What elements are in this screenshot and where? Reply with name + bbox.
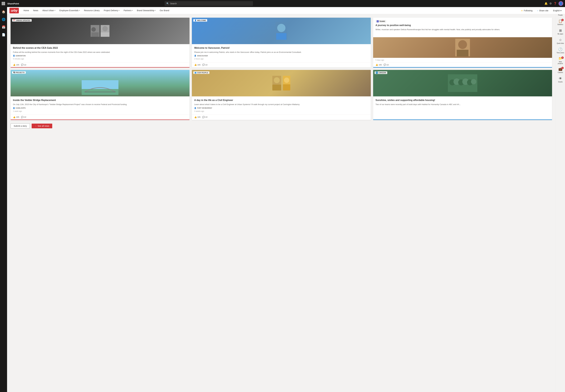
nav-brand-stewardship[interactable]: Brand Stewardship ▾ <box>135 7 157 14</box>
card-title-2: Welcome to Vancouver, Patrick! <box>194 46 368 50</box>
sidebar-careers[interactable]: 1 💼 Careers <box>556 66 565 75</box>
svg-point-4 <box>102 26 108 31</box>
comment-icon: 💬 <box>21 116 24 118</box>
right-sidebar: 👥 People 2 📋 Bulletins ⊞ My apps ☆ Quick… <box>556 7 565 392</box>
share-site-button[interactable]: ↑ Share site <box>536 9 550 12</box>
svg-rect-5 <box>101 32 110 37</box>
sidebar-myapps[interactable]: ⊞ My apps <box>556 27 565 37</box>
comment-button-4[interactable]: 💬 22 <box>21 116 26 118</box>
sidebar-newprojects[interactable]: 3 📁 New projects <box>556 55 565 66</box>
card-image-4: 🏗 PROJECTS <box>11 70 190 96</box>
nav-partners[interactable]: Partners ▾ <box>122 7 135 14</box>
teams-badge: T TEAMS <box>375 20 386 23</box>
comment-button-3[interactable]: 💬 22 <box>384 64 389 66</box>
card-desc-6: Two of our teams were recently part of b… <box>375 103 550 117</box>
news-card-5[interactable]: 👥 OUR PEOPLE A day in the life as a Civi… <box>192 70 371 120</box>
thumbsup-icon: 👍 <box>194 64 197 66</box>
waffle-icon[interactable] <box>2 2 5 5</box>
svg-point-1 <box>91 27 96 32</box>
see-all-news-button[interactable]: → See all news <box>32 124 52 128</box>
card-location-4: 👤 KAMLOOPS <box>13 107 187 109</box>
sidebar-document[interactable]: 📄 <box>0 31 7 38</box>
comment-icon: 💬 <box>202 116 205 118</box>
settings-icon[interactable]: ⚙ <box>549 2 552 5</box>
app-name: SharePoint <box>7 2 19 5</box>
chevron-down-icon: ▾ <box>132 10 133 11</box>
user-avatar[interactable]: 👤 <box>559 1 563 6</box>
search-input[interactable] <box>170 2 251 5</box>
card-image-1: 🚩 URBAN UPDATES <box>11 18 190 44</box>
search-bar[interactable]: 🔍 <box>165 1 253 6</box>
submit-story-button[interactable]: Submit a story <box>11 124 30 128</box>
like-button-4[interactable]: 👍 165 <box>13 116 19 118</box>
grants-icon: 👁 <box>559 77 562 81</box>
card-desc-4: On July 11th, 2015 the City of Kamloops'… <box>13 103 187 106</box>
thumbsup-icon: 👍 <box>13 64 15 66</box>
card-desc-5: Learn about what it takes to be a Civil … <box>194 103 368 106</box>
comment-button-2[interactable]: 💬 22 <box>202 64 207 66</box>
svg-rect-2 <box>91 32 99 37</box>
quicklinks-icon: ☆ <box>559 38 562 42</box>
sidebar-calendar[interactable]: 📅 <box>0 24 7 31</box>
nav-our-brand[interactable]: Our Brand <box>158 7 171 14</box>
nav-news[interactable]: News <box>31 7 40 14</box>
like-button-2[interactable]: 👍 165 <box>194 64 201 66</box>
sidebar-quicklinks[interactable]: ☆ Quick links <box>556 37 565 46</box>
sidebar-globe[interactable]: 🌐 <box>0 16 7 23</box>
card-image-3 <box>373 37 552 58</box>
nav-home[interactable]: Home <box>22 7 31 14</box>
welcome-icon: 👤 <box>194 19 197 21</box>
card-tag-4: 🏗 PROJECTS <box>12 71 26 74</box>
language-selector[interactable]: English ▾ <box>552 9 563 12</box>
news-card-3[interactable]: T TEAMS A journey to positive well-being… <box>373 18 552 68</box>
teams-card-body: T TEAMS A journey to positive well-being… <box>373 18 552 37</box>
news-card-1[interactable]: 🚩 URBAN UPDATES Behind the scenes at the… <box>11 18 190 68</box>
card-time-4: 1 week ago <box>13 110 187 112</box>
sidebar-home[interactable]: 🏠 <box>0 8 7 15</box>
svg-point-7 <box>277 24 285 32</box>
following-button[interactable]: ★ Following <box>520 9 534 12</box>
linkedin-icon: in <box>376 72 378 74</box>
share-icon: ↑ <box>537 9 538 12</box>
like-button-3[interactable]: 👍 165 <box>375 64 382 66</box>
card-location-5: 👤 FORT MCMURRAY <box>194 107 368 109</box>
sidebar-timezones[interactable]: 🕐 Time zones <box>556 46 565 55</box>
card-body-1: Behind the scenes at the CEA Gala 2022 F… <box>11 44 190 62</box>
card-title-4: Inside the Vedder Bridge Replacement <box>13 99 187 102</box>
people-icon: 👥 <box>194 72 197 74</box>
card-time-3: 5 days ago <box>373 58 552 62</box>
card-tag-1: 🚩 URBAN UPDATES <box>12 19 32 22</box>
help-icon[interactable]: ❓ <box>553 2 557 5</box>
news-card-6[interactable]: in LINKEDIN Sunshine, smiles <box>373 70 552 120</box>
chevron-down-icon: ▾ <box>119 10 120 11</box>
card-location-1: 👤 EDMONTON <box>13 55 187 57</box>
site-logo[interactable]: urby <box>9 8 19 14</box>
svg-rect-17 <box>272 84 281 90</box>
card-time-2: 2 hours ago <box>194 58 368 60</box>
comment-icon: 💬 <box>21 64 24 66</box>
card-body-5: A day in the life as a Civil Engineer Le… <box>192 96 371 114</box>
news-card-4[interactable]: 🏗 PROJECTS Inside the Vedder Bridge Repl… <box>11 70 190 120</box>
svg-rect-8 <box>276 33 287 40</box>
location-icon: 👤 <box>194 107 196 109</box>
comment-button-5[interactable]: 💬 22 <box>202 116 207 118</box>
like-button-1[interactable]: 👍 165 <box>13 64 19 66</box>
nav-about-urban[interactable]: About Urban ▾ <box>41 7 57 14</box>
card-body-6: Sunshine, smiles and supporting affordab… <box>373 96 552 119</box>
card-location-2: 👤 VANCOUVER <box>194 55 368 57</box>
sidebar-grants[interactable]: 👁 Grants <box>556 75 565 84</box>
sidebar-bulletins[interactable]: 2 📋 Bulletins <box>556 18 565 27</box>
nav-resource-library[interactable]: Resource Library <box>82 7 101 14</box>
notifications-icon[interactable]: 🔔 <box>544 2 548 5</box>
card-title-5: A day in the life as a Civil Engineer <box>194 99 368 102</box>
thumbsup-icon: 👍 <box>13 116 15 118</box>
comment-button-1[interactable]: 💬 22 <box>21 64 26 66</box>
nav-project-delivery[interactable]: Project Delivery ▾ <box>102 7 121 14</box>
like-button-5[interactable]: 👍 165 <box>194 116 201 118</box>
linkedin-badge: in LINKEDIN <box>375 71 387 74</box>
news-card-2[interactable]: 👤 WELCOME Welcome to Vancouver, Patrick!… <box>192 18 371 68</box>
nav-employee-essentials[interactable]: Employee Essentials ▾ <box>58 7 82 14</box>
search-icon: 🔍 <box>166 2 169 5</box>
news-grid: 🚩 URBAN UPDATES Behind the scenes at the… <box>11 18 552 120</box>
top-bar: SharePoint 🔍 🔔 ⚙ ❓ 👤 <box>0 0 565 7</box>
